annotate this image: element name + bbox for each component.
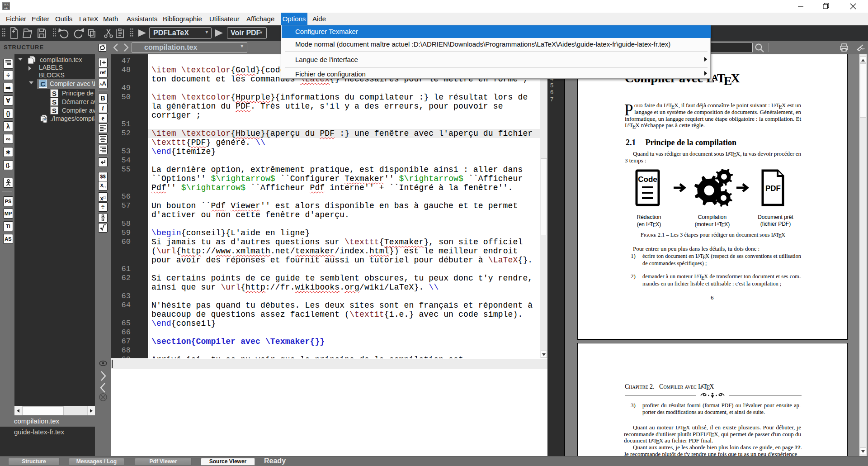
- svg-text:PDF: PDF: [765, 184, 781, 193]
- svg-text:Code: Code: [638, 175, 657, 184]
